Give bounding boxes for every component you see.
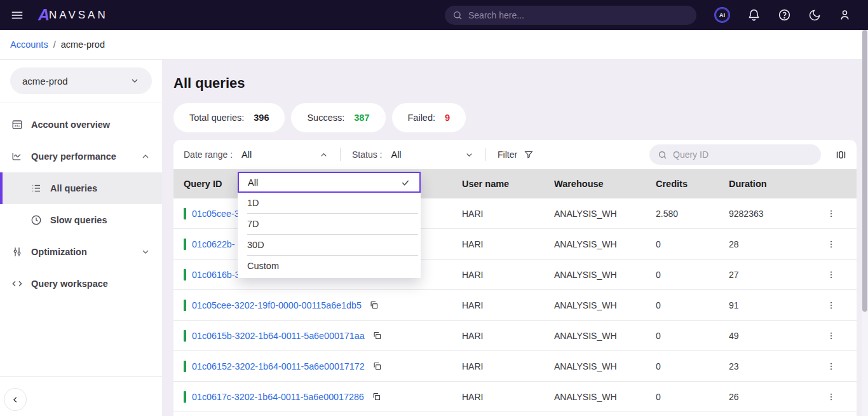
global-search[interactable] <box>445 6 696 25</box>
copy-icon[interactable] <box>369 300 379 310</box>
dropdown-option-label: 1D <box>247 198 259 208</box>
chevron-up-icon[interactable] <box>140 151 151 162</box>
hamburger-menu-icon[interactable] <box>10 8 24 22</box>
row-menu-kebab-icon[interactable] <box>826 361 836 371</box>
breadcrumb-accounts-link[interactable]: Accounts <box>10 39 48 50</box>
dropdown-option-all[interactable]: All <box>238 172 421 193</box>
credits-cell: 0 <box>656 239 729 249</box>
query-id-search[interactable] <box>649 144 821 165</box>
dropdown-option-1d[interactable]: 1D <box>238 193 421 213</box>
copy-icon[interactable] <box>372 361 382 371</box>
sidebar-item-slow-queries[interactable]: Slow queries <box>0 204 162 236</box>
query-id-link[interactable]: 01c06152-3202-1b64-0011-5a6e00017172 <box>192 361 365 371</box>
query-id-search-input[interactable] <box>673 149 813 160</box>
status-bar <box>184 361 186 372</box>
copy-icon[interactable] <box>372 331 382 340</box>
dropdown-option-30d[interactable]: 30D <box>238 235 421 255</box>
column-header-duration: Duration <box>729 179 816 189</box>
table-row: 01c05cee-3202-19f0-0000-00115a6e1db5 HAR… <box>173 290 857 321</box>
page-scrollbar[interactable] <box>862 30 868 416</box>
stat-value: 396 <box>254 113 269 123</box>
sidebar-item-optimization[interactable]: Optimization <box>0 236 162 268</box>
row-menu-kebab-icon[interactable] <box>826 392 836 402</box>
status-label: Status : <box>352 149 382 160</box>
dropdown-option-custom[interactable]: Custom <box>238 256 421 276</box>
ai-assistant-icon[interactable]: AI <box>714 7 730 23</box>
query-id-link[interactable]: 01c05cee-3 <box>192 209 240 219</box>
brand-text: NAVSAN <box>49 9 108 22</box>
status-bar <box>184 330 186 342</box>
warehouse-cell: ANALYSIS_WH <box>554 300 656 310</box>
chevron-down-icon <box>130 76 140 86</box>
user-name-cell: HARI <box>462 270 554 280</box>
sidebar-bottom-divider <box>0 376 162 377</box>
chevron-down-icon[interactable] <box>140 247 151 257</box>
filter-bar: Date range : All Status : All Filter <box>173 140 857 169</box>
row-menu-kebab-icon[interactable] <box>826 270 836 280</box>
user-name-cell: HARI <box>462 392 554 402</box>
query-id-link[interactable]: 01c0615b-3202-1b64-0011-5a6e000171aa <box>192 331 365 341</box>
stat-label: Total queries: <box>189 113 244 123</box>
sidebar: acme-prod Account overview Query perform… <box>0 60 162 416</box>
topbar-icons: AI <box>714 7 851 23</box>
dropdown-option-7d[interactable]: 7D <box>238 214 421 234</box>
query-id-link[interactable]: 01c05cee-3202-19f0-0000-00115a6e1db5 <box>192 300 362 310</box>
help-icon[interactable] <box>778 8 791 22</box>
column-settings-icon[interactable] <box>836 149 846 160</box>
breadcrumb: Accounts / acme-prod <box>0 30 868 60</box>
copy-icon[interactable] <box>372 392 381 401</box>
sliders-icon <box>11 246 23 258</box>
date-range-dropdown: All 1D 7D 30D Custom <box>238 172 421 278</box>
global-search-input[interactable] <box>468 10 689 20</box>
sidebar-item-query-performance[interactable]: Query performance <box>0 141 162 172</box>
account-selector-value: acme-prod <box>22 76 68 87</box>
table-row: 01c0615b-3202-1b64-0011-5a6e000171aa HAR… <box>173 321 857 351</box>
dropdown-option-label: 7D <box>247 219 259 229</box>
table-row: 01c0617c-3202-1b64-0011-5a6e00017286 HAR… <box>173 382 857 412</box>
stat-total-queries: Total queries: 396 <box>173 103 285 132</box>
row-menu-kebab-icon[interactable] <box>826 300 836 310</box>
user-name-cell: HARI <box>462 331 554 341</box>
notifications-bell-icon[interactable] <box>747 8 761 22</box>
sidebar-item-label: Account overview <box>31 120 110 130</box>
duration-cell: 9282363 <box>729 209 816 219</box>
row-menu-kebab-icon[interactable] <box>826 239 836 249</box>
scrollbar-thumb[interactable] <box>862 30 867 312</box>
status-bar <box>184 269 186 281</box>
queries-table-card: Date range : All Status : All Filter <box>173 140 857 416</box>
sidebar-item-all-queries[interactable]: All queries <box>0 172 162 204</box>
search-icon <box>452 10 463 20</box>
duration-cell: 23 <box>729 361 816 371</box>
breadcrumb-current: acme-prod <box>61 39 105 50</box>
dark-mode-moon-icon[interactable] <box>808 9 821 22</box>
sidebar-item-query-workspace[interactable]: Query workspace <box>0 268 162 300</box>
query-id-link[interactable]: 01c0622b- <box>192 239 235 249</box>
chevron-down-icon[interactable] <box>465 150 474 160</box>
search-icon <box>658 150 667 160</box>
status-bar <box>184 300 186 311</box>
brand-logo[interactable]: ANAVSAN <box>38 6 108 24</box>
sidebar-collapse-button[interactable] <box>4 388 27 411</box>
status-select[interactable]: Status : All <box>352 149 474 160</box>
query-id-link[interactable]: 01c0617c-3202-1b64-0011-5a6e00017286 <box>192 392 364 402</box>
date-range-label: Date range : <box>184 149 233 160</box>
user-profile-icon[interactable] <box>838 8 851 22</box>
checkmark-icon <box>400 177 410 188</box>
chevron-left-icon <box>11 395 20 405</box>
row-menu-kebab-icon[interactable] <box>826 209 836 219</box>
account-selector[interactable]: acme-prod <box>10 67 152 94</box>
breadcrumb-separator: / <box>53 39 56 50</box>
chevron-up-icon[interactable] <box>319 150 329 160</box>
duration-cell: 28 <box>729 239 816 249</box>
warehouse-cell: ANALYSIS_WH <box>554 392 656 402</box>
warehouse-cell: ANALYSIS_WH <box>554 239 656 249</box>
date-range-select[interactable]: Date range : All <box>184 149 329 160</box>
column-header-warehouse: Warehouse <box>554 179 656 189</box>
sidebar-item-account-overview[interactable]: Account overview <box>0 109 162 141</box>
filter-button[interactable]: Filter <box>498 149 534 160</box>
stat-success: Success: 387 <box>291 103 385 132</box>
row-menu-kebab-icon[interactable] <box>826 331 836 341</box>
code-icon <box>11 278 23 289</box>
page-title: All queries <box>173 75 857 92</box>
main-content: All queries Total queries: 396 Success: … <box>162 60 868 416</box>
